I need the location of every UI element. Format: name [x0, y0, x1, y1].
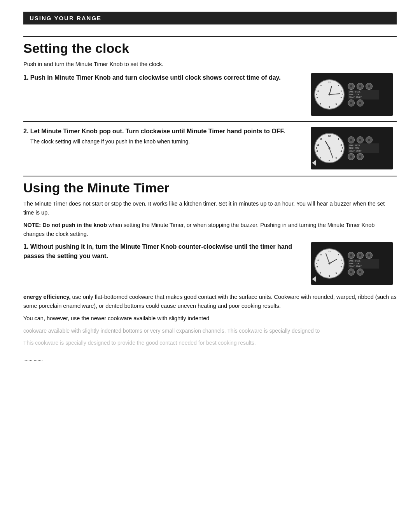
section1-step1-image: 11 12 1 2 3 4 5 6 7 8 9 10 — [311, 73, 397, 116]
section2-step1-row: 1. Without pushing it in, turn the Minut… — [23, 242, 397, 285]
section1-step1-text: 1. Push in Minute Timer Knob and turn cl… — [23, 73, 311, 86]
arrow-indicator — [312, 160, 316, 166]
header-title: USING YOUR RANGE — [30, 15, 102, 21]
energy-faded1: cookware available with slightly indente… — [23, 327, 397, 335]
knob-row-5 — [348, 252, 390, 259]
dial-min-hand-3 — [326, 253, 330, 264]
step1-header: 1. Push in Minute Timer Knob and turn cl… — [23, 73, 299, 82]
energy-section: energy efficiency, use only flat-bottome… — [23, 293, 397, 347]
step2-header: 2. Let Minute Timer Knob pop out. Turn c… — [23, 127, 299, 136]
stove-clock-image-1: 11 12 1 2 3 4 5 6 7 8 9 10 — [311, 73, 393, 116]
dial-center-2 — [329, 147, 331, 149]
knob-8 — [366, 136, 373, 143]
step1-number: 1. — [23, 74, 28, 81]
dial-min-hand-1 — [329, 93, 340, 95]
dial-hour-hand-3 — [329, 259, 337, 264]
knob-15 — [357, 269, 364, 276]
page-number: ....... ....... — [23, 356, 43, 362]
dial-center-3 — [329, 263, 331, 265]
section2-top-divider — [23, 176, 397, 176]
clock-dial-2: 11 12 1 2 3 4 5 6 7 8 9 10 — [314, 133, 345, 163]
knob-row-6 — [348, 269, 390, 276]
knob-12 — [357, 252, 364, 259]
energy-text1: use only flat-bottomed cookware that mak… — [23, 294, 397, 309]
step2-item: 2. Let Minute Timer Knob pop out. Turn c… — [23, 127, 299, 146]
header-bar: USING YOUR RANGE — [23, 12, 397, 24]
stove-clock-image-2: 11 12 1 2 3 4 5 6 7 8 9 10 — [311, 127, 393, 169]
energy-faded2: This cookware is specially designed to p… — [23, 339, 397, 347]
dial-center-1 — [329, 94, 331, 96]
section1-step1-row: 1. Push in Minute Timer Knob and turn cl… — [23, 73, 397, 116]
clock-dial-1: 11 12 1 2 3 4 5 6 7 8 9 10 — [314, 79, 345, 110]
knob-2 — [357, 83, 364, 90]
knob-row-1 — [348, 83, 390, 90]
minute-timer-step1-number: 1. — [23, 243, 28, 250]
knob-6 — [348, 136, 355, 143]
knob-3 — [366, 83, 373, 90]
section2-intro: The Minute Timer does not start or stop … — [23, 199, 397, 217]
knob-4 — [348, 99, 355, 106]
knob-row-3 — [348, 136, 390, 143]
clock-dial-3: 11 12 1 2 3 4 5 6 7 8 9 10 — [314, 248, 345, 279]
section2-step1-text: 1. Without pushing it in, turn the Minut… — [23, 242, 311, 265]
step1-label: Push in Minute Timer Knob and turn clock… — [30, 74, 281, 81]
section1-title: Setting the clock — [23, 41, 397, 56]
step2-label-bold: Let Minute Timer Knob pop out. Turn cloc… — [30, 128, 285, 134]
arrow-indicator-2 — [312, 276, 316, 282]
step1-bottom-divider — [23, 121, 397, 122]
page-number-area: ....... ....... — [23, 355, 397, 362]
section1-step2-image: 11 12 1 2 3 4 5 6 7 8 9 10 — [311, 127, 397, 169]
stove-display-1: BAKE BROILTIME COOKDELAY START — [348, 90, 379, 99]
knob-11 — [348, 252, 355, 259]
knob-7 — [357, 136, 364, 143]
knob-10 — [357, 153, 364, 160]
step1-item: 1. Push in Minute Timer Knob and turn cl… — [23, 73, 299, 82]
section1-step2-text: 2. Let Minute Timer Knob pop out. Turn c… — [23, 127, 311, 150]
minute-timer-step1-text: Without pushing it in, turn the Minute T… — [23, 243, 292, 259]
section1-intro: Push in and turn the Minute Timer Knob t… — [23, 60, 397, 68]
section2-title: Using the Minute Timer — [23, 180, 397, 195]
knob-row-4 — [348, 153, 390, 160]
minute-timer-step1-header: 1. Without pushing it in, turn the Minut… — [23, 242, 299, 261]
section2-step1-image: 11 12 1 2 3 4 5 6 7 8 9 10 — [311, 242, 397, 285]
stove-display-2: BAKE BROILTIME COOKDELAY START — [348, 143, 379, 153]
stove-controls-3: BAKE BROILTIME COOKDELAY START — [348, 252, 390, 276]
section1-top-divider — [23, 36, 397, 37]
step2-body: The clock setting will change if you pus… — [30, 138, 299, 146]
knob-9 — [348, 153, 355, 160]
step2-number: 2. — [23, 128, 28, 134]
note-bold-text: NOTE: Do not push in the knob — [23, 222, 107, 228]
knob-row-2 — [348, 99, 390, 106]
knob-14 — [348, 269, 355, 276]
section1-step2-row: 2. Let Minute Timer Knob pop out. Turn c… — [23, 127, 397, 169]
knob-1 — [348, 83, 355, 90]
section2-note: NOTE: Do not push in the knob when setti… — [23, 221, 397, 238]
knob-13 — [366, 252, 373, 259]
minute-timer-step1: 1. Without pushing it in, turn the Minut… — [23, 242, 299, 261]
energy-title: energy efficiency, — [23, 294, 70, 300]
stove-controls-2: BAKE BROILTIME COOKDELAY START — [348, 136, 390, 160]
stove-display-3: BAKE BROILTIME COOKDELAY START — [348, 259, 379, 269]
stove-controls-1: BAKE BROILTIME COOKDELAY START — [348, 83, 390, 106]
energy-para2: You can, however, use the newer cookware… — [23, 314, 397, 323]
page-wrapper: USING YOUR RANGE Setting the clock Push … — [0, 0, 420, 527]
stove-clock-image-3: 11 12 1 2 3 4 5 6 7 8 9 10 — [311, 242, 393, 285]
energy-para1: energy efficiency, use only flat-bottome… — [23, 293, 397, 310]
dial-min-hand-2 — [329, 148, 333, 159]
knob-5 — [357, 99, 364, 106]
